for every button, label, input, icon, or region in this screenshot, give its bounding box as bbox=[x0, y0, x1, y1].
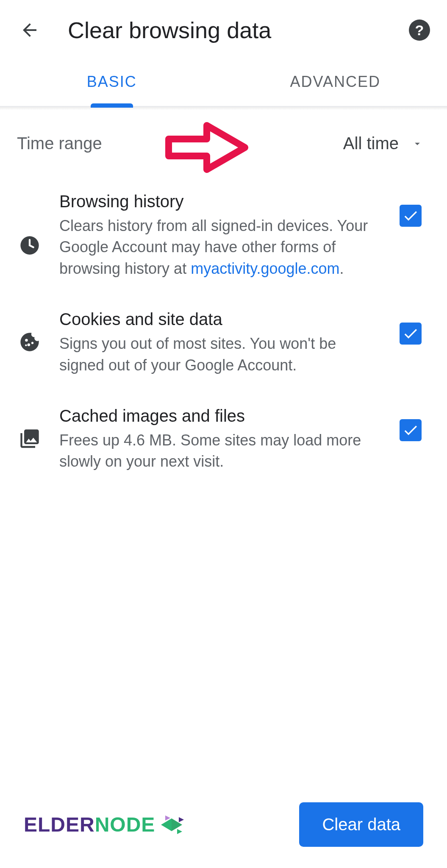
tabs: BASIC ADVANCED bbox=[0, 56, 447, 107]
option-title: Browsing history bbox=[59, 192, 381, 211]
clear-data-button[interactable]: Clear data bbox=[299, 802, 423, 847]
check-icon bbox=[402, 422, 419, 439]
back-button[interactable] bbox=[17, 17, 42, 43]
time-range-label: Time range bbox=[17, 134, 102, 153]
logo-decoration-icon bbox=[153, 812, 191, 837]
tab-advanced-label: ADVANCED bbox=[290, 73, 380, 90]
option-title: Cached images and files bbox=[59, 406, 381, 426]
option-browsing-history[interactable]: Browsing history Clears history from all… bbox=[0, 177, 447, 295]
eldernode-logo: ELDERNODE bbox=[24, 812, 191, 837]
option-description: Frees up 4.6 MB. Some sites may load mor… bbox=[59, 430, 381, 473]
option-title: Cookies and site data bbox=[59, 310, 381, 329]
help-icon: ? bbox=[415, 22, 424, 39]
tab-advanced[interactable]: ADVANCED bbox=[224, 56, 447, 106]
myactivity-link[interactable]: myactivity.google.com bbox=[191, 260, 339, 277]
image-icon bbox=[17, 428, 42, 450]
chevron-down-icon bbox=[411, 138, 423, 150]
clock-icon bbox=[17, 234, 42, 256]
time-range-row: Time range All time bbox=[0, 110, 447, 177]
svg-marker-8 bbox=[179, 817, 184, 822]
svg-marker-9 bbox=[177, 829, 182, 834]
tab-basic-label: BASIC bbox=[87, 73, 137, 90]
tab-basic[interactable]: BASIC bbox=[0, 56, 224, 106]
checkbox-browsing-history[interactable] bbox=[400, 205, 422, 227]
time-range-value: All time bbox=[343, 134, 399, 153]
tab-indicator bbox=[91, 103, 133, 108]
svg-point-4 bbox=[25, 345, 27, 346]
option-text: Cookies and site data Signs you out of m… bbox=[59, 310, 381, 376]
option-description: Clears history from all signed-in device… bbox=[59, 215, 381, 279]
tab-shadow bbox=[0, 107, 447, 110]
time-range-dropdown[interactable]: All time bbox=[343, 134, 423, 153]
check-icon bbox=[402, 325, 419, 342]
svg-point-2 bbox=[28, 343, 31, 346]
help-button[interactable]: ? bbox=[409, 19, 430, 41]
option-text: Browsing history Clears history from all… bbox=[59, 192, 381, 279]
checkbox-cache[interactable] bbox=[400, 419, 422, 441]
svg-point-3 bbox=[31, 342, 33, 344]
svg-marker-5 bbox=[161, 818, 172, 831]
cookie-icon bbox=[17, 331, 42, 353]
checkbox-cookies[interactable] bbox=[400, 323, 422, 345]
option-cache[interactable]: Cached images and files Frees up 4.6 MB.… bbox=[0, 391, 447, 488]
svg-point-1 bbox=[25, 339, 28, 342]
page-title: Clear browsing data bbox=[68, 17, 409, 43]
header: Clear browsing data ? bbox=[0, 0, 447, 56]
option-cookies[interactable]: Cookies and site data Signs you out of m… bbox=[0, 295, 447, 391]
footer: ELDERNODE Clear data bbox=[0, 790, 447, 868]
option-text: Cached images and files Frees up 4.6 MB.… bbox=[59, 406, 381, 473]
check-icon bbox=[402, 207, 419, 224]
arrow-left-icon bbox=[19, 20, 40, 40]
option-description: Signs you out of most sites. You won't b… bbox=[59, 333, 381, 376]
